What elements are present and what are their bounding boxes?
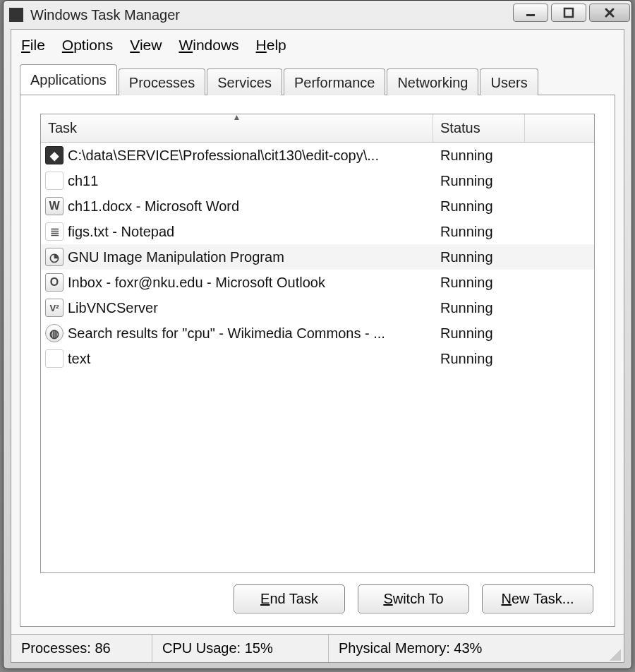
- task-name: figs.txt - Notepad: [68, 224, 174, 240]
- client-area: File Options View Windows Help Applicati…: [11, 29, 624, 663]
- minimize-icon: [524, 6, 537, 19]
- browser-icon: ◍: [45, 324, 64, 342]
- listview-body: ◆C:\data\SERVICE\Professional\cit130\edi…: [41, 143, 594, 572]
- folder-icon: [45, 172, 64, 190]
- task-row[interactable]: ch11Running: [41, 168, 594, 193]
- menubar: File Options View Windows Help: [11, 30, 624, 59]
- close-button[interactable]: [589, 4, 630, 22]
- minimize-button[interactable]: [513, 4, 548, 22]
- applications-listview[interactable]: Task ▲ Status ◆C:\data\SERVICE\Professio…: [40, 114, 595, 573]
- tab-processes[interactable]: Processes: [119, 68, 205, 95]
- tab-performance[interactable]: Performance: [284, 68, 386, 95]
- button-row: End Task Switch To New Task...: [40, 573, 595, 616]
- task-name: ch11: [68, 173, 98, 189]
- status-cpu: CPU Usage: 15%: [152, 635, 329, 662]
- task-cell: V²LibVNCServer: [41, 299, 433, 317]
- task-name: ch11.docx - Microsoft Word: [68, 198, 239, 215]
- gimp-icon: ◔: [45, 248, 64, 266]
- task-cell: ≣figs.txt - Notepad: [41, 222, 433, 241]
- task-row[interactable]: OInbox - foxr@nku.edu - Microsoft Outloo…: [41, 270, 594, 295]
- task-cell: ch11: [41, 172, 433, 190]
- status-cell: Running: [433, 198, 525, 215]
- tab-applications[interactable]: Applications: [20, 64, 117, 95]
- task-cell: ◆C:\data\SERVICE\Professional\cit130\edi…: [41, 146, 433, 164]
- task-manager-window: Windows Task Manager File Options View W…: [3, 0, 632, 669]
- status-cell: Running: [433, 148, 525, 164]
- end-task-button[interactable]: End Task: [234, 584, 345, 613]
- task-cell: OInbox - foxr@nku.edu - Microsoft Outloo…: [41, 273, 433, 292]
- column-status[interactable]: Status: [433, 114, 525, 142]
- app-icon: [9, 8, 23, 22]
- menu-file[interactable]: File: [21, 37, 45, 54]
- menu-windows[interactable]: Windows: [179, 37, 238, 54]
- menu-view[interactable]: View: [130, 37, 162, 54]
- status-cell: Running: [433, 173, 525, 189]
- status-cell: Running: [433, 249, 525, 265]
- status-cell: Running: [433, 325, 525, 342]
- close-icon: [603, 6, 616, 19]
- outlook-icon: O: [45, 273, 64, 292]
- tabstrip: Applications Processes Services Performa…: [20, 64, 615, 95]
- task-cell: ◔GNU Image Manipulation Program: [41, 248, 433, 266]
- window-title: Windows Task Manager: [30, 7, 513, 23]
- tab-area: Applications Processes Services Performa…: [20, 64, 615, 627]
- new-task-button[interactable]: New Task...: [482, 584, 593, 613]
- task-name: C:\data\SERVICE\Professional\cit130\edit…: [68, 148, 379, 164]
- window-controls: [513, 4, 630, 22]
- task-row[interactable]: V²LibVNCServerRunning: [41, 295, 594, 320]
- status-cell: Running: [433, 275, 525, 291]
- svg-rect-1: [564, 8, 573, 17]
- diamond-icon: ◆: [45, 146, 64, 164]
- status-cell: Running: [433, 351, 525, 367]
- tab-networking[interactable]: Networking: [387, 68, 478, 95]
- sort-indicator-icon: ▲: [233, 112, 241, 122]
- task-name: text: [68, 351, 90, 367]
- switch-to-button[interactable]: Switch To: [358, 584, 469, 613]
- menu-help[interactable]: Help: [256, 37, 286, 54]
- task-name: LibVNCServer: [68, 300, 158, 316]
- status-memory: Physical Memory: 43%: [329, 635, 624, 662]
- tab-services[interactable]: Services: [207, 68, 282, 95]
- task-name: Search results for "cpu" - Wikimedia Com…: [68, 325, 385, 342]
- task-row[interactable]: Wch11.docx - Microsoft WordRunning: [41, 193, 594, 219]
- listview-header: Task ▲ Status: [41, 114, 594, 143]
- svg-rect-0: [526, 14, 535, 16]
- maximize-icon: [562, 6, 575, 19]
- task-row[interactable]: ≣figs.txt - NotepadRunning: [41, 219, 594, 244]
- status-cell: Running: [433, 300, 525, 316]
- task-row[interactable]: ◍Search results for "cpu" - Wikimedia Co…: [41, 320, 594, 346]
- task-name: Inbox - foxr@nku.edu - Microsoft Outlook: [68, 275, 325, 291]
- applications-tab-page: Task ▲ Status ◆C:\data\SERVICE\Professio…: [20, 95, 615, 627]
- task-name: GNU Image Manipulation Program: [68, 249, 284, 265]
- column-spacer: [525, 114, 594, 142]
- word-icon: W: [45, 197, 64, 215]
- titlebar[interactable]: Windows Task Manager: [4, 1, 631, 29]
- status-cell: Running: [433, 224, 525, 240]
- task-row[interactable]: textRunning: [41, 346, 594, 371]
- maximize-button[interactable]: [551, 4, 586, 22]
- task-row[interactable]: ◔GNU Image Manipulation ProgramRunning: [41, 244, 594, 270]
- statusbar: Processes: 86 CPU Usage: 15% Physical Me…: [11, 634, 624, 662]
- menu-options[interactable]: Options: [62, 37, 113, 54]
- resize-grip-icon[interactable]: [610, 649, 621, 661]
- status-processes: Processes: 86: [11, 635, 152, 662]
- task-cell: text: [41, 349, 433, 368]
- folder-icon: [45, 349, 64, 368]
- task-cell: ◍Search results for "cpu" - Wikimedia Co…: [41, 324, 433, 342]
- column-task[interactable]: Task ▲: [41, 114, 433, 142]
- tab-users[interactable]: Users: [480, 68, 538, 95]
- task-cell: Wch11.docx - Microsoft Word: [41, 197, 433, 215]
- notepad-icon: ≣: [45, 222, 64, 241]
- task-row[interactable]: ◆C:\data\SERVICE\Professional\cit130\edi…: [41, 143, 594, 168]
- vnc-icon: V²: [45, 299, 64, 317]
